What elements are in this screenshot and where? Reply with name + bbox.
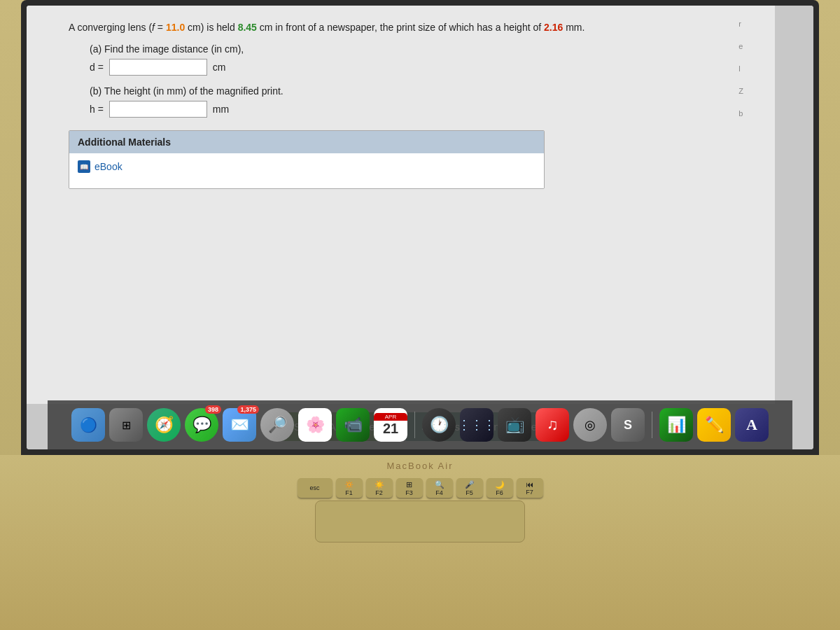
dock-spotlight[interactable]: 🔎 — [260, 408, 294, 442]
dock-fontbook[interactable]: A — [735, 408, 769, 442]
dock-notes[interactable]: ✏️ — [697, 408, 731, 442]
dock-photos[interactable]: 🌸 — [298, 408, 332, 442]
problem-statement: A converging lens (f = 11.0 cm) is held … — [69, 20, 754, 35]
additional-materials-body: 📖 eBook — [69, 153, 544, 188]
side-numbers: r e l Z b — [738, 20, 743, 118]
f-value: 11.0 — [166, 22, 185, 33]
web-content-area: A converging lens (f = 11.0 cm) is held … — [27, 6, 813, 404]
key-f5[interactable]: 🎤 F5 — [456, 478, 483, 498]
part-a: (a) Find the image distance (in cm), d =… — [90, 43, 754, 76]
trackpad[interactable] — [315, 500, 525, 542]
ebook-icon: 📖 — [78, 160, 90, 173]
keyboard-row-1: esc 🔅 F1 ☀️ F2 ⊞ F3 🔍 F4 🎤 — [298, 478, 543, 498]
dock-separator — [414, 412, 415, 438]
dock-wifi[interactable]: ◎ — [573, 408, 607, 442]
screen-bezel: A converging lens (f = 11.0 cm) is held … — [21, 0, 819, 455]
mail-badge: 1,375 — [237, 405, 259, 414]
key-f1[interactable]: 🔅 F1 — [336, 478, 363, 498]
dock-clock[interactable]: 🕐 — [422, 408, 456, 442]
page-content: A converging lens (f = 11.0 cm) is held … — [27, 6, 775, 404]
dock-messages[interactable]: 💬 398 — [185, 408, 218, 442]
macbook-label: MacBook Air — [387, 461, 454, 471]
laptop-body: A converging lens (f = 11.0 cm) is held … — [0, 0, 840, 630]
height-value: 2.16 — [544, 22, 563, 33]
key-f7[interactable]: ⏮ F7 — [517, 478, 543, 498]
key-esc[interactable]: esc — [298, 478, 332, 498]
part-b: (b) The height (in mm) of the magnified … — [90, 85, 754, 118]
h-unit: mm — [213, 104, 229, 115]
dock-calendar[interactable]: APR 21 — [374, 408, 407, 442]
ebook-link[interactable]: 📖 eBook — [78, 160, 536, 173]
additional-materials-section: Additional Materials 📖 eBook — [69, 130, 545, 189]
h-label: h = — [90, 104, 104, 115]
dock-facetime[interactable]: 📹 — [336, 408, 370, 442]
part-b-label: (b) The height (in mm) of the magnified … — [90, 85, 754, 97]
key-f6[interactable]: 🌙 F6 — [486, 478, 513, 498]
dock-launchpad[interactable]: ⊞ — [109, 408, 143, 442]
dock-siri[interactable]: S — [611, 408, 645, 442]
additional-materials-header: Additional Materials — [69, 131, 544, 153]
dock-appletv[interactable]: 📺 — [498, 408, 531, 442]
dock-music[interactable]: ♫ — [536, 408, 569, 442]
dock-mail[interactable]: ✉️ 1,375 — [223, 408, 256, 442]
dock-separator-2 — [652, 412, 652, 438]
calendar-date: 21 — [383, 421, 398, 437]
d-label: d = — [90, 62, 104, 73]
key-f4[interactable]: 🔍 F4 — [426, 478, 453, 498]
d-input[interactable] — [109, 59, 207, 76]
dock-monitor[interactable]: 📊 — [659, 408, 693, 442]
keyboard-area: MacBook Air esc 🔅 F1 ☀️ F2 ⊞ F3 🔍 F — [0, 455, 840, 630]
screen: A converging lens (f = 11.0 cm) is held … — [27, 6, 813, 449]
dock-dashboard[interactable]: ⋮⋮⋮ — [460, 408, 493, 442]
dock-safari[interactable]: 🧭 — [147, 408, 181, 442]
d-unit: cm — [213, 62, 226, 73]
key-f3[interactable]: ⊞ F3 — [396, 478, 423, 498]
ebook-label: eBook — [94, 161, 122, 172]
h-input[interactable] — [109, 101, 207, 118]
messages-badge: 398 — [205, 405, 221, 414]
distance-value: 8.45 — [238, 22, 257, 33]
key-f2[interactable]: ☀️ F2 — [366, 478, 393, 498]
part-a-label: (a) Find the image distance (in cm), — [90, 43, 754, 55]
keyboard: esc 🔅 F1 ☀️ F2 ⊞ F3 🔍 F4 🎤 — [298, 478, 543, 498]
dock-finder[interactable]: 🔵 — [71, 408, 105, 442]
dock: 🔵 ⊞ 🧭 💬 398 ✉️ 1,375 🔎 🌸 📹 — [48, 400, 792, 449]
